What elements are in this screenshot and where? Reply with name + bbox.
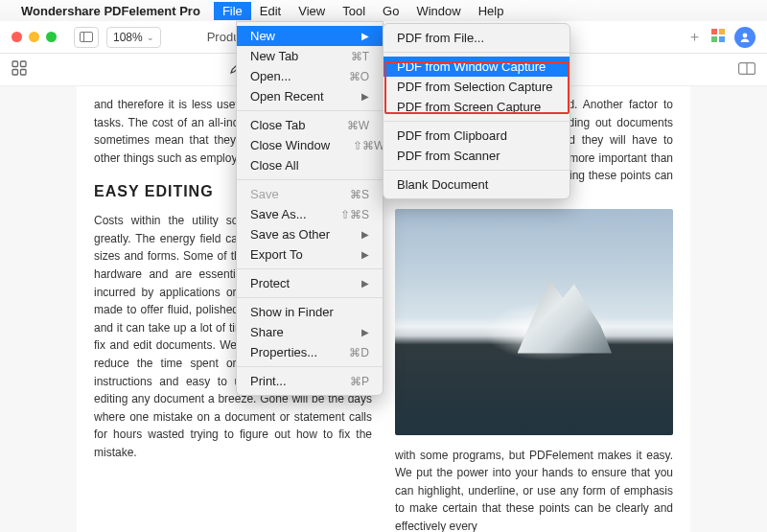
shortcut-label: ⌘D <box>349 346 369 359</box>
menu-item-label: Protect <box>250 276 290 290</box>
file-menu-item-properties[interactable]: Properties...⌘D <box>237 342 383 362</box>
file-menu-item-close-window[interactable]: Close Window⇧⌘W <box>237 135 383 155</box>
file-menu-item-show-in-finder[interactable]: Show in Finder <box>237 302 383 322</box>
menu-item-label: PDF from Selection Capture <box>397 80 553 94</box>
zoom-select[interactable]: 108% ⌄ <box>106 27 161 48</box>
menu-item-label: Export To <box>250 247 303 262</box>
file-menu-item-close-tab[interactable]: Close Tab⌘W <box>237 115 383 135</box>
file-menu-item-save-as[interactable]: Save As...⇧⌘S <box>237 204 383 224</box>
file-menu-item-new[interactable]: New▶ <box>237 26 383 46</box>
menu-item-label: Close Tab <box>250 118 306 132</box>
file-menu-separator <box>237 110 383 111</box>
svg-rect-0 <box>81 33 93 42</box>
shortcut-label: ⌘P <box>350 375 369 388</box>
menu-go[interactable]: Go <box>374 2 407 20</box>
add-tab-button[interactable]: ＋ <box>687 28 702 46</box>
menu-item-label: Print... <box>250 374 287 388</box>
file-menu-item-open[interactable]: Open...⌘O <box>237 66 383 86</box>
apps-icon[interactable] <box>711 29 725 45</box>
new-menu-item-pdf-from-clipboard[interactable]: PDF from Clipboard <box>384 126 569 146</box>
submenu-arrow-icon: ▶ <box>361 278 369 289</box>
menu-window[interactable]: Window <box>407 2 469 20</box>
menu-item-label: Share <box>250 325 284 339</box>
shortcut-label: ⌘T <box>351 50 369 63</box>
shortcut-label: ⇧⌘W <box>353 139 384 152</box>
file-menu-separator <box>237 268 383 269</box>
svg-rect-3 <box>719 29 725 35</box>
menu-tool[interactable]: Tool <box>334 2 374 20</box>
close-window-button[interactable] <box>12 32 22 42</box>
menu-item-label: PDF from Screen Capture <box>397 100 541 114</box>
submenu-arrow-icon: ▶ <box>361 249 369 260</box>
file-menu-separator <box>237 366 383 367</box>
svg-rect-9 <box>12 70 18 76</box>
menu-help[interactable]: Help <box>470 2 513 20</box>
menu-item-label: PDF from Scanner <box>397 149 500 163</box>
svg-rect-8 <box>21 61 27 67</box>
menu-view[interactable]: View <box>290 2 334 20</box>
new-menu-separator <box>384 52 569 53</box>
app-name[interactable]: Wondershare PDFelement Pro <box>21 4 200 18</box>
zoom-value: 108% <box>113 31 143 44</box>
new-menu-separator <box>384 121 569 122</box>
new-menu-item-blank-document[interactable]: Blank Document <box>384 174 569 195</box>
article-photo <box>395 209 673 435</box>
file-menu-item-save: Save⌘S <box>237 184 383 204</box>
fullscreen-window-button[interactable] <box>46 32 57 42</box>
submenu-arrow-icon: ▶ <box>361 229 369 240</box>
file-menu-item-export-to[interactable]: Export To▶ <box>237 244 383 265</box>
chevron-down-icon: ⌄ <box>147 33 154 42</box>
shortcut-label: ⌘S <box>350 188 369 201</box>
new-submenu: PDF from File...PDF from Window CaptureP… <box>383 23 570 199</box>
menu-item-label: PDF from File... <box>397 31 484 45</box>
file-menu-item-open-recent[interactable]: Open Recent▶ <box>237 86 383 106</box>
menubar: Wondershare PDFelement Pro File Edit Vie… <box>0 0 767 21</box>
svg-rect-7 <box>12 61 18 67</box>
new-menu-separator <box>384 170 569 171</box>
menu-item-label: New <box>250 29 275 43</box>
sidebar-toggle-button[interactable] <box>74 27 99 48</box>
new-menu-item-pdf-from-scanner[interactable]: PDF from Scanner <box>384 146 569 166</box>
new-menu-item-pdf-from-window-capture[interactable]: PDF from Window Capture <box>384 57 569 77</box>
menu-item-label: Open Recent <box>250 89 324 104</box>
menu-item-label: Properties... <box>250 345 317 359</box>
submenu-arrow-icon: ▶ <box>361 327 369 337</box>
menu-item-label: New Tab <box>250 49 298 63</box>
file-menu-separator <box>237 179 383 180</box>
reader-view-button[interactable] <box>738 62 755 78</box>
file-menu-dropdown: New▶New Tab⌘TOpen...⌘OOpen Recent▶Close … <box>236 21 384 396</box>
shortcut-label: ⌘O <box>349 70 369 83</box>
file-menu-item-close-all[interactable]: Close All <box>237 155 383 175</box>
minimize-window-button[interactable] <box>29 32 39 42</box>
new-menu-item-pdf-from-file[interactable]: PDF from File... <box>384 28 569 48</box>
menu-item-label: Open... <box>250 69 291 83</box>
user-avatar[interactable] <box>734 27 755 48</box>
menu-item-label: Close Window <box>250 138 330 152</box>
menu-item-label: Save as Other <box>250 227 330 242</box>
file-menu-item-save-as-other[interactable]: Save as Other▶ <box>237 224 383 244</box>
new-menu-item-pdf-from-screen-capture[interactable]: PDF from Screen Capture <box>384 97 569 117</box>
svg-point-6 <box>743 33 748 37</box>
svg-rect-10 <box>21 70 27 76</box>
window-controls <box>12 32 57 42</box>
thumbnails-button[interactable] <box>12 60 27 79</box>
menu-item-label: PDF from Clipboard <box>397 128 507 143</box>
shortcut-label: ⌘W <box>347 119 369 132</box>
file-menu-item-print[interactable]: Print...⌘P <box>237 371 383 391</box>
menu-item-label: Close All <box>250 158 299 173</box>
menu-item-label: Save <box>250 187 279 201</box>
menu-item-label: PDF from Window Capture <box>397 59 546 74</box>
menu-edit[interactable]: Edit <box>251 2 290 20</box>
right-bottom-text: with some programs, but PDFelement makes… <box>395 447 673 532</box>
menu-item-label: Show in Finder <box>250 305 334 319</box>
shortcut-label: ⇧⌘S <box>340 208 369 221</box>
file-menu-item-share[interactable]: Share▶ <box>237 322 383 342</box>
file-menu-item-new-tab[interactable]: New Tab⌘T <box>237 46 383 66</box>
svg-rect-5 <box>719 36 725 42</box>
new-menu-item-pdf-from-selection-capture[interactable]: PDF from Selection Capture <box>384 77 569 97</box>
menu-file[interactable]: File <box>214 2 251 20</box>
file-menu-item-protect[interactable]: Protect▶ <box>237 273 383 293</box>
menu-item-label: Blank Document <box>397 177 488 192</box>
svg-rect-2 <box>711 29 717 35</box>
menu-item-label: Save As... <box>250 207 307 221</box>
